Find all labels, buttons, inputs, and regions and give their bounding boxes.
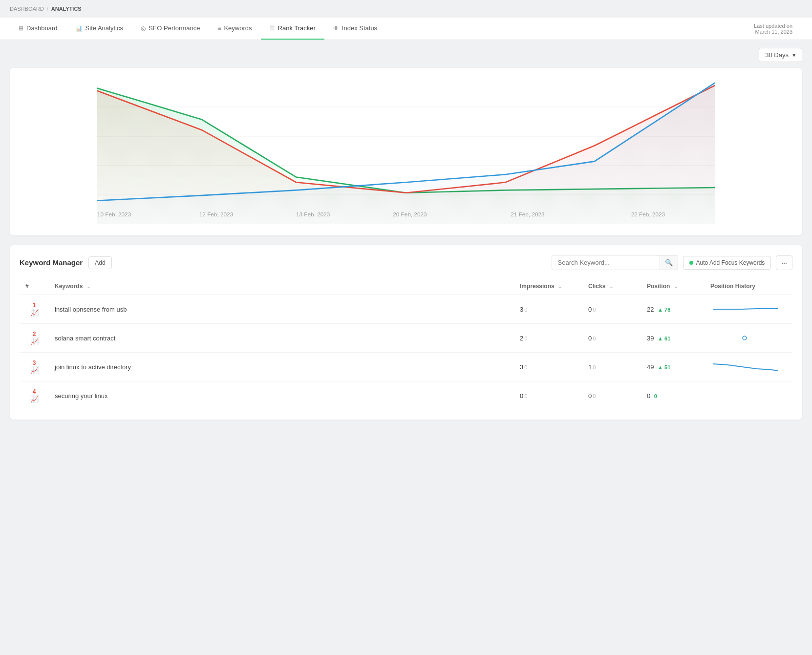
tab-dashboard[interactable]: ⊞ Dashboard (10, 18, 66, 40)
keyword-cell: solana smart contract (49, 324, 514, 353)
table-row: 3 📈 join linux to active directory 30 10… (20, 353, 792, 381)
chart-card: 10 Feb, 2023 12 Feb, 2023 13 Feb, 2023 2… (10, 68, 802, 235)
clicks-cell: 10 (582, 353, 641, 381)
more-options-button[interactable]: ··· (776, 255, 792, 270)
last-updated-label: Last updated on (754, 23, 792, 29)
svg-text:13 Feb, 2023: 13 Feb, 2023 (296, 211, 330, 217)
mini-line-chart (710, 359, 787, 374)
col-clicks[interactable]: Clicks ⌄ (582, 278, 641, 295)
tab-seo-performance-label: SEO Performance (149, 24, 200, 32)
position-sort-icon: ⌄ (674, 284, 678, 289)
keyword-cell: securing your linux (49, 381, 514, 410)
tabs: ⊞ Dashboard 📊 Site Analytics ◎ SEO Perfo… (10, 18, 386, 40)
keywords-sort-icon: ⌄ (86, 284, 90, 289)
tab-dashboard-label: Dashboard (26, 24, 58, 32)
keyword-manager-header: Keyword Manager Add 🔍 Auto Add Focus Key… (20, 255, 792, 270)
filter-row: 30 Days ▾ (10, 48, 802, 62)
impressions-cell: 00 (514, 381, 582, 410)
search-icon[interactable]: 🔍 (660, 255, 678, 270)
tab-seo-performance[interactable]: ◎ SEO Performance (132, 18, 209, 40)
breadcrumb-parent[interactable]: DASHBOARD (10, 6, 44, 12)
dashboard-icon: ⊞ (19, 25, 23, 32)
mini-line-chart (710, 302, 787, 317)
position-cell: 0 0 (641, 381, 705, 410)
col-impressions[interactable]: Impressions ⌄ (514, 278, 582, 295)
breadcrumb-current: ANALYTICS (51, 6, 82, 12)
tab-keywords-label: Keywords (224, 24, 252, 32)
table-row: 4 📈 securing your linux 00 00 0 0 (20, 381, 792, 410)
tab-rank-tracker[interactable]: ☰ Rank Tracker (261, 18, 324, 40)
main-content: 30 Days ▾ (0, 40, 812, 427)
position-cell: 39 ▲ 61 (641, 324, 705, 353)
row-number: 1 📈 (20, 295, 49, 324)
row-number: 4 📈 (20, 381, 49, 410)
svg-text:20 Feb, 2023: 20 Feb, 2023 (393, 211, 427, 217)
breadcrumb: DASHBOARD / ANALYTICS (0, 0, 812, 18)
keyword-manager-card: Keyword Manager Add 🔍 Auto Add Focus Key… (10, 245, 802, 420)
col-position[interactable]: Position ⌄ (641, 278, 705, 295)
search-box: 🔍 (552, 255, 678, 270)
svg-text:22 Feb, 2023: 22 Feb, 2023 (631, 211, 665, 217)
status-dot (689, 261, 693, 265)
chart-svg-row1 (710, 302, 779, 316)
row-number: 2 📈 (20, 324, 49, 353)
position-change: ▲ 51 (658, 364, 670, 370)
tab-keywords[interactable]: ≡ Keywords (209, 18, 260, 40)
position-change: ▲ 78 (658, 307, 670, 313)
add-keyword-button[interactable]: Add (88, 256, 111, 269)
keyword-manager-title: Keyword Manager (20, 258, 83, 267)
svg-point-10 (743, 336, 747, 340)
tab-index-status[interactable]: 👁 Index Status (324, 18, 386, 40)
position-history-cell (705, 324, 792, 353)
clicks-sort-icon: ⌄ (609, 284, 613, 289)
position-cell: 22 ▲ 78 (641, 295, 705, 324)
breadcrumb-sep: / (47, 6, 48, 12)
chart-svg-row3 (710, 360, 779, 374)
trend-up-icon: 📈 (30, 366, 39, 374)
seo-performance-icon: ◎ (141, 25, 146, 32)
site-analytics-icon: 📊 (75, 25, 83, 32)
table-row: 1 📈 install opnsense from usb 30 00 22 ▲… (20, 295, 792, 324)
tab-site-analytics[interactable]: 📊 Site Analytics (66, 18, 132, 40)
auto-add-button[interactable]: Auto Add Focus Keywords (683, 256, 771, 270)
position-cell: 49 ▲ 51 (641, 353, 705, 381)
keywords-icon: ≡ (217, 25, 221, 32)
rank-chart: 10 Feb, 2023 12 Feb, 2023 13 Feb, 2023 2… (20, 78, 792, 224)
clicks-cell: 00 (582, 324, 641, 353)
impressions-cell: 30 (514, 353, 582, 381)
position-history-cell (705, 381, 792, 410)
svg-text:10 Feb, 2023: 10 Feb, 2023 (97, 211, 131, 217)
more-icon: ··· (781, 259, 787, 267)
last-updated: Last updated on March 11, 2023 (744, 18, 802, 40)
keyword-cell: join linux to active directory (49, 353, 514, 381)
position-history-cell (705, 295, 792, 324)
impressions-cell: 30 (514, 295, 582, 324)
trend-up-icon: 📈 (30, 338, 39, 345)
col-keywords[interactable]: Keywords ⌄ (49, 278, 514, 295)
trend-icon: 📈 (30, 395, 39, 403)
impressions-sort-icon: ⌄ (558, 284, 562, 289)
search-input[interactable] (552, 255, 660, 270)
col-position-history: Position History (705, 278, 792, 295)
svg-text:12 Feb, 2023: 12 Feb, 2023 (199, 211, 234, 217)
position-history-cell (705, 353, 792, 381)
index-status-icon: 👁 (333, 25, 339, 32)
position-change: ▲ 61 (658, 336, 670, 341)
keyword-cell: install opnsense from usb (49, 295, 514, 324)
tab-bar: ⊞ Dashboard 📊 Site Analytics ◎ SEO Perfo… (0, 18, 812, 40)
clicks-cell: 00 (582, 381, 641, 410)
km-right-controls: 🔍 Auto Add Focus Keywords ··· (552, 255, 792, 270)
clicks-cell: 00 (582, 295, 641, 324)
days-filter-dropdown[interactable]: 30 Days ▾ (759, 48, 802, 62)
tab-site-analytics-label: Site Analytics (85, 24, 123, 32)
row-number: 3 📈 (20, 353, 49, 381)
table-row: 2 📈 solana smart contract 20 00 39 ▲ 61 (20, 324, 792, 353)
chevron-down-icon: ▾ (792, 51, 796, 59)
col-number: # (20, 278, 49, 295)
trend-up-icon: 📈 (30, 309, 39, 317)
svg-text:21 Feb, 2023: 21 Feb, 2023 (511, 211, 545, 217)
rank-tracker-icon: ☰ (270, 25, 275, 32)
chart-svg-row2 (710, 331, 779, 345)
tab-rank-tracker-label: Rank Tracker (278, 24, 316, 32)
auto-add-label: Auto Add Focus Keywords (696, 259, 765, 266)
